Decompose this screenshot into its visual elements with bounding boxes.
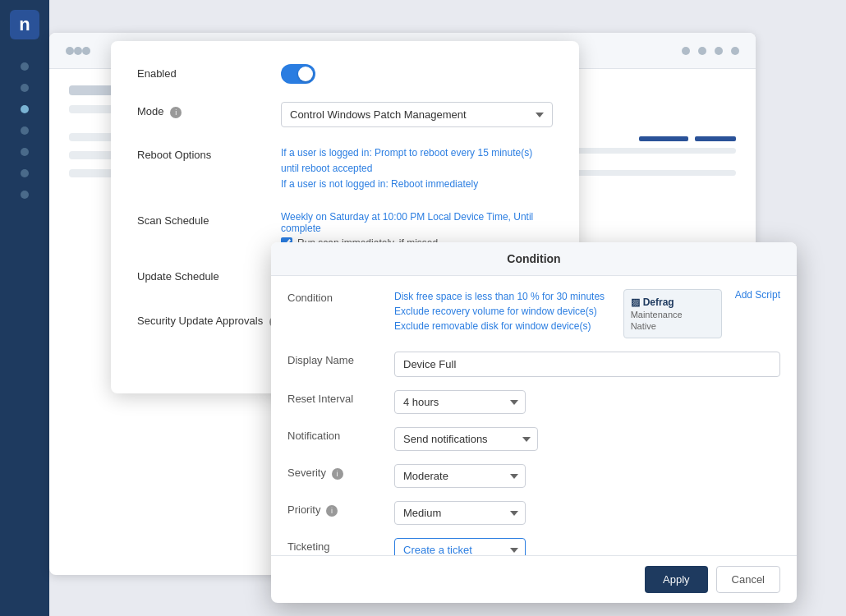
- reboot-line1: If a user is logged in: Prompt to reboot…: [281, 147, 532, 174]
- scan-label: Scan Schedule: [137, 211, 281, 227]
- sidebar-nav-item-5[interactable]: [21, 148, 29, 156]
- scan-schedule-link[interactable]: Weekly on Saturday at 10:00 PM Local Dev…: [281, 211, 553, 234]
- display-name-label: Display Name: [287, 352, 394, 366]
- reboot-label: Reboot Options: [137, 145, 281, 161]
- reboot-line2: If a user is not logged in: Reboot immed…: [281, 178, 478, 190]
- priority-select[interactable]: Low Medium High: [394, 501, 526, 525]
- condition-title: Condition: [507, 252, 560, 265]
- reset-interval-row: Reset Interval 4 hours 8 hours 12 hours …: [287, 390, 780, 414]
- mode-info-icon[interactable]: i: [170, 107, 182, 118]
- sidebar-nav-item-6[interactable]: [21, 169, 29, 177]
- bg-bar-2: [695, 136, 736, 141]
- ticketing-content: Create a ticket Don't create a ticket: [394, 538, 780, 555]
- display-name-input[interactable]: [394, 352, 780, 377]
- condition-footer: Apply Cancel: [271, 555, 797, 603]
- security-label: Security Update Approvals i: [137, 311, 281, 328]
- script-box-sub1: Maintenance: [631, 310, 715, 319]
- bg-header-dot-2: [698, 47, 706, 55]
- reboot-content: If a user is logged in: Prompt to reboot…: [281, 145, 553, 193]
- priority-content: Low Medium High: [394, 501, 780, 525]
- mode-row: Mode i Control Windows Patch Management …: [137, 102, 553, 127]
- ticketing-select[interactable]: Create a ticket Don't create a ticket: [394, 538, 526, 555]
- ticketing-row: Ticketing Create a ticket Don't create a…: [287, 538, 780, 555]
- script-box-title: ▨ Defrag: [631, 297, 715, 308]
- reboot-row: Reboot Options If a user is logged in: P…: [137, 145, 553, 193]
- add-script-link[interactable]: Add Script: [735, 289, 780, 301]
- ticketing-label: Ticketing: [287, 538, 394, 553]
- condition-row: Condition Disk free space is less than 1…: [287, 289, 780, 338]
- bg-header-dot-3: [715, 47, 723, 55]
- severity-label: Severity i: [287, 464, 394, 480]
- condition-body[interactable]: Condition Disk free space is less than 1…: [271, 276, 797, 555]
- condition-header: Condition: [271, 242, 797, 276]
- sidebar-logo[interactable]: n: [10, 10, 39, 39]
- defrag-icon: ▨: [631, 297, 640, 308]
- priority-info-icon[interactable]: i: [326, 505, 338, 517]
- sidebar-nav-item-4[interactable]: [21, 126, 29, 135]
- bg-dot-2: [74, 47, 82, 55]
- sidebar-nav-item-7[interactable]: [21, 191, 29, 199]
- severity-info-icon[interactable]: i: [332, 468, 343, 480]
- bg-panel-dots: [682, 47, 739, 55]
- priority-label: Priority i: [287, 501, 394, 517]
- bg-line-8: [559, 170, 736, 176]
- reset-interval-select[interactable]: 4 hours 8 hours 12 hours 24 hours Never: [394, 390, 526, 414]
- sidebar-nav-item-3[interactable]: [21, 105, 29, 113]
- condition-modal: Condition Condition Disk free space is l…: [271, 242, 797, 603]
- notification-label: Notification: [287, 427, 394, 442]
- bg-header-dot-1: [682, 47, 690, 55]
- cancel-button[interactable]: Cancel: [716, 566, 780, 593]
- update-label: Update Schedule: [137, 267, 281, 283]
- condition-description: Disk free space is less than 10 % for 30…: [394, 289, 617, 333]
- sidebar: n: [0, 0, 49, 616]
- bg-dot-3: [82, 47, 90, 55]
- display-name-row: Display Name: [287, 352, 780, 377]
- apply-button[interactable]: Apply: [645, 566, 708, 593]
- priority-row: Priority i Low Medium High: [287, 501, 780, 525]
- script-box-sub2: Native: [631, 321, 715, 331]
- enabled-row: Enabled: [137, 64, 553, 84]
- display-name-content: [394, 352, 780, 377]
- notification-row: Notification Send notifications Don't se…: [287, 427, 780, 451]
- bg-header-dot-4: [731, 47, 739, 55]
- bg-bar-1: [639, 136, 688, 141]
- mode-content: Control Windows Patch Management Automat…: [281, 102, 553, 127]
- enabled-content: [281, 64, 553, 84]
- severity-row: Severity i Low Moderate High Critical: [287, 464, 780, 488]
- enabled-toggle[interactable]: [281, 64, 315, 84]
- sidebar-nav-item-1[interactable]: [21, 62, 29, 71]
- bg-dot-1: [66, 47, 74, 55]
- enabled-label: Enabled: [137, 64, 281, 80]
- sidebar-nav-item-2[interactable]: [21, 84, 29, 92]
- reset-interval-label: Reset Interval: [287, 390, 394, 405]
- mode-label: Mode i: [137, 102, 281, 118]
- condition-desc-area: Disk free space is less than 10 % for 30…: [394, 289, 780, 338]
- reset-interval-content: 4 hours 8 hours 12 hours 24 hours Never: [394, 390, 780, 414]
- severity-select[interactable]: Low Moderate High Critical: [394, 464, 526, 488]
- script-box: ▨ Defrag Maintenance Native: [623, 289, 722, 338]
- condition-field-label: Condition: [287, 289, 394, 304]
- notification-select[interactable]: Send notifications Don't send notificati…: [394, 427, 538, 451]
- mode-select[interactable]: Control Windows Patch Management Automat…: [281, 102, 553, 127]
- toggle-knob: [298, 67, 313, 81]
- severity-content: Low Moderate High Critical: [394, 464, 780, 488]
- notification-content: Send notifications Don't send notificati…: [394, 427, 780, 451]
- condition-field-content: Disk free space is less than 10 % for 30…: [394, 289, 780, 338]
